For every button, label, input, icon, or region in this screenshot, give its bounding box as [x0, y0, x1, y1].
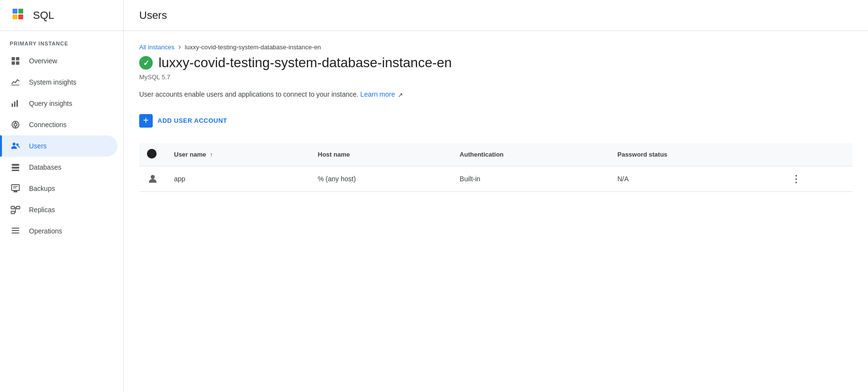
- sidebar-item-overview[interactable]: Overview: [0, 50, 117, 72]
- query-insights-icon: [10, 98, 21, 109]
- col-hostname: Host name: [310, 143, 452, 166]
- add-icon: +: [139, 114, 153, 128]
- replicas-icon: [10, 204, 21, 216]
- svg-rect-7: [12, 61, 15, 65]
- svg-rect-11: [14, 102, 15, 107]
- breadcrumb: All instances › luxxy-covid-testing-syst…: [139, 43, 853, 51]
- col-username[interactable]: User name ↑: [166, 143, 310, 166]
- svg-point-17: [13, 143, 15, 145]
- row-select-cell: [139, 166, 166, 191]
- main-content-area: Users All instances › luxxy-covid-testin…: [124, 0, 868, 392]
- sidebar-item-backups-label: Backups: [29, 185, 55, 192]
- operations-icon: [10, 225, 21, 237]
- section-label: PRIMARY INSTANCE: [0, 31, 123, 50]
- svg-point-35: [151, 175, 155, 179]
- instance-status-icon: [139, 56, 153, 70]
- svg-rect-21: [12, 170, 19, 171]
- sidebar-item-users[interactable]: Users: [0, 135, 117, 157]
- description-text: User accounts enable users and applicati…: [139, 90, 853, 99]
- instance-name: luxxy-covid-testing-system-database-inst…: [159, 55, 452, 71]
- row-username: app: [166, 166, 310, 191]
- content-body: All instances › luxxy-covid-testing-syst…: [124, 31, 868, 203]
- sidebar-item-users-label: Users: [29, 142, 47, 150]
- sidebar-header: SQL: [0, 0, 123, 31]
- backups-icon: [10, 183, 21, 194]
- sidebar-item-operations[interactable]: Operations: [0, 220, 117, 242]
- sidebar-item-connections[interactable]: Connections: [0, 114, 117, 135]
- table-header-row: User name ↑ Host name Authentication Pas…: [139, 143, 853, 166]
- svg-rect-4: [18, 15, 23, 19]
- svg-rect-33: [12, 230, 19, 231]
- main-header: Users: [124, 0, 868, 31]
- row-authentication: Built-in: [452, 166, 609, 191]
- svg-rect-19: [12, 164, 19, 166]
- page-title: Users: [139, 9, 167, 22]
- breadcrumb-separator: ›: [178, 43, 181, 51]
- svg-rect-34: [12, 232, 19, 233]
- users-icon: [10, 140, 21, 152]
- svg-rect-10: [12, 103, 13, 107]
- svg-rect-28: [11, 211, 14, 214]
- external-link-icon: ↗: [398, 91, 403, 99]
- svg-rect-27: [16, 206, 20, 209]
- sidebar: SQL PRIMARY INSTANCE Overview System ins…: [0, 0, 124, 392]
- svg-rect-32: [12, 228, 19, 229]
- col-authentication: Authentication: [452, 143, 609, 166]
- instance-version: MySQL 5.7: [139, 73, 853, 81]
- username-sort-icon: ↑: [210, 151, 213, 158]
- svg-rect-25: [14, 190, 17, 192]
- sidebar-item-overview-label: Overview: [29, 57, 57, 65]
- svg-rect-8: [16, 61, 19, 65]
- overview-icon: [10, 55, 21, 67]
- svg-point-14: [14, 123, 17, 126]
- col-select: [139, 143, 166, 166]
- sidebar-item-query-insights-label: Query insights: [29, 100, 72, 107]
- connections-icon: [10, 119, 21, 131]
- add-user-account-button[interactable]: + ADD USER ACCOUNT: [139, 110, 227, 131]
- svg-rect-23: [13, 186, 18, 187]
- instance-title-row: luxxy-covid-testing-system-database-inst…: [139, 55, 853, 71]
- svg-rect-24: [13, 188, 16, 189]
- sidebar-item-operations-label: Operations: [29, 227, 62, 235]
- databases-icon: [10, 161, 21, 173]
- users-table: User name ↑ Host name Authentication Pas…: [139, 143, 853, 192]
- sidebar-item-system-insights[interactable]: System insights: [0, 72, 117, 93]
- sidebar-item-system-insights-label: System insights: [29, 78, 76, 86]
- svg-rect-26: [11, 206, 14, 209]
- breadcrumb-all-instances-link[interactable]: All instances: [139, 44, 174, 51]
- col-actions: [783, 143, 853, 166]
- svg-rect-5: [12, 57, 15, 60]
- col-password-status: Password status: [609, 143, 783, 166]
- system-insights-icon: [10, 76, 21, 88]
- sidebar-item-replicas-label: Replicas: [29, 206, 55, 214]
- sql-logo-icon: [10, 7, 27, 24]
- svg-rect-6: [16, 57, 19, 60]
- add-user-label: ADD USER ACCOUNT: [158, 117, 227, 124]
- svg-rect-2: [18, 9, 23, 14]
- svg-rect-12: [16, 100, 18, 107]
- svg-point-18: [16, 144, 19, 146]
- sidebar-item-replicas[interactable]: Replicas: [0, 199, 117, 220]
- learn-more-link[interactable]: Learn more: [361, 90, 395, 98]
- select-all-checkbox[interactable]: [147, 149, 157, 159]
- svg-rect-1: [13, 9, 17, 14]
- user-avatar-icon: [147, 173, 159, 185]
- sidebar-item-query-insights[interactable]: Query insights: [0, 93, 117, 114]
- row-hostname: % (any host): [310, 166, 452, 191]
- svg-rect-3: [13, 15, 17, 19]
- row-password-status: N/A: [609, 166, 783, 191]
- sidebar-item-backups[interactable]: Backups: [0, 178, 117, 199]
- svg-rect-20: [12, 167, 19, 169]
- sidebar-item-databases-label: Databases: [29, 163, 61, 171]
- row-more-actions-button[interactable]: ⋮: [791, 174, 802, 184]
- sidebar-item-connections-label: Connections: [29, 121, 67, 129]
- row-actions-cell: ⋮: [783, 166, 853, 191]
- sidebar-item-databases[interactable]: Databases: [0, 157, 117, 178]
- table-row: app % (any host) Built-in N/A ⋮: [139, 166, 853, 191]
- app-title: SQL: [33, 9, 54, 22]
- breadcrumb-current: luxxy-covid-testing-system-database-inst…: [185, 44, 321, 51]
